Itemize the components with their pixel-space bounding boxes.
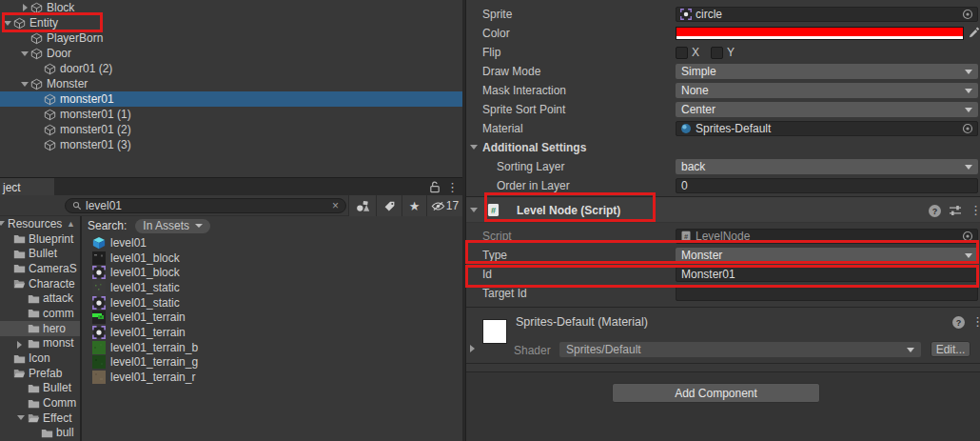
folder-item-characte[interactable]: Characte <box>0 276 80 291</box>
mask-interaction-label: Mask Interaction <box>482 84 566 97</box>
folder-item-label: Bullet <box>43 381 71 394</box>
asset-item-level01-terrain[interactable]: level01_terrain <box>82 325 462 340</box>
gameobject-cube-icon <box>30 32 43 45</box>
hierarchy-item-playerborn[interactable]: PlayerBorn <box>0 30 462 46</box>
order-in-layer-field[interactable]: 0 <box>676 178 978 193</box>
hierarchy-item-label: monster01 (2) <box>60 123 131 136</box>
search-clear-icon[interactable]: × <box>332 199 339 212</box>
foldout-expanded-icon[interactable] <box>17 415 25 420</box>
mask-interaction-value: None <box>681 84 709 97</box>
order-in-layer-value: 0 <box>681 179 688 192</box>
filter-by-label-button[interactable] <box>376 195 402 216</box>
foldout-expanded-icon[interactable] <box>470 145 478 150</box>
asset-item-level01-terrain-r[interactable]: level01_terrain_r <box>82 370 462 385</box>
target-id-label: Target Id <box>482 287 527 300</box>
hierarchy-item-monster01-1[interactable]: monster01 (1) <box>0 107 462 122</box>
material-object-field[interactable]: Sprites-Default <box>676 121 978 136</box>
eyedropper-icon[interactable] <box>968 27 980 39</box>
add-component-button[interactable]: Add Component <box>612 383 820 403</box>
asset-item-level01[interactable]: level01 <box>82 235 462 251</box>
folder-item-icon[interactable]: Icon <box>0 351 80 366</box>
asset-item-level01-terrain-b[interactable]: level01_terrain_b <box>82 340 462 355</box>
hierarchy-item-monster[interactable]: Monster <box>0 76 462 91</box>
object-picker-icon[interactable] <box>962 123 973 134</box>
search-scope-dropdown[interactable]: In Assets <box>135 219 210 233</box>
folder-icon <box>41 428 53 438</box>
lock-icon[interactable] <box>429 181 441 193</box>
sprite-icon <box>92 266 106 279</box>
project-menu-kebab-icon[interactable]: ⋮ <box>446 181 459 193</box>
flip-y-checkbox[interactable] <box>711 47 723 59</box>
foldout-expanded-icon[interactable] <box>0 221 5 226</box>
search-icon <box>72 201 82 210</box>
target-id-field[interactable] <box>676 286 978 301</box>
search-input[interactable]: level01 × <box>65 198 346 213</box>
filter-by-type-button[interactable] <box>348 195 376 216</box>
hierarchy-item-door01-2[interactable]: door01 (2) <box>0 61 462 76</box>
texture-faint-icon <box>92 281 106 294</box>
folder-item-cameras[interactable]: CameraS <box>0 261 80 276</box>
folder-item-prefab[interactable]: Prefab <box>0 366 80 381</box>
asset-item-level01-terrain-g[interactable]: level01_terrain_g <box>82 355 462 371</box>
draw-mode-dropdown[interactable]: Simple <box>676 64 978 79</box>
hierarchy-item-label: monster01 <box>60 92 114 106</box>
object-picker-icon[interactable] <box>962 9 973 20</box>
asset-item-label: level01_terrain <box>110 311 186 324</box>
folder-icon <box>28 293 40 304</box>
foldout-expanded-icon[interactable] <box>470 208 478 212</box>
material-preview-thumbnail[interactable] <box>482 319 507 344</box>
eye-slash-icon <box>431 200 445 212</box>
flip-x-checkbox[interactable] <box>676 47 688 59</box>
section-divider <box>466 363 980 364</box>
draw-mode-label: Draw Mode <box>482 65 540 78</box>
edit-material-button[interactable]: Edit... <box>931 341 970 357</box>
folder-item-bullet[interactable]: Bullet <box>0 381 80 396</box>
folder-item-comm[interactable]: Comm <box>0 395 80 411</box>
sprite-sort-point-dropdown[interactable]: Center <box>676 102 978 117</box>
mask-interaction-dropdown[interactable]: None <box>676 83 978 98</box>
asset-item-level01-static[interactable]: level01_static <box>82 280 462 295</box>
asset-list: level01level01_blocklevel01_blocklevel01… <box>82 235 462 385</box>
asset-item-level01-static[interactable]: level01_static <box>82 295 462 311</box>
asset-item-level01-block[interactable]: level01_block <box>82 251 462 266</box>
tab-project[interactable]: ject <box>0 178 54 196</box>
hierarchy-item-label: door01 (2) <box>60 62 112 75</box>
folder-icon <box>28 308 40 318</box>
foldout-collapsed-icon[interactable] <box>470 345 475 352</box>
component-menu-kebab-icon[interactable]: ⋮ <box>970 204 980 216</box>
folder-item-effect[interactable]: Effect <box>0 411 80 426</box>
presets-icon[interactable] <box>949 205 962 216</box>
foldout-collapsed-icon[interactable] <box>19 4 30 11</box>
shader-dropdown[interactable]: Sprites/Default <box>559 342 921 357</box>
additional-settings-row[interactable]: Additional Settings <box>466 138 980 157</box>
scroll-up-icon[interactable]: ▲ <box>67 219 75 229</box>
folder-item-comm[interactable]: comm <box>0 306 80 321</box>
folder-item-hero[interactable]: hero <box>0 321 80 336</box>
folder-item-label: Comm <box>43 396 76 410</box>
folder-item-bull[interactable]: bull <box>0 426 80 441</box>
foldout-expanded-icon[interactable] <box>19 82 30 87</box>
order-in-layer-label: Order in Layer <box>497 179 570 192</box>
asset-item-level01-block[interactable]: level01_block <box>82 265 462 280</box>
foldout-collapsed-icon[interactable] <box>17 341 22 349</box>
hierarchy-item-monster01[interactable]: monster01 <box>0 91 462 107</box>
folder-item-monst[interactable]: monst <box>0 336 80 351</box>
asset-item-level01-terrain[interactable]: level01_terrain <box>82 310 462 325</box>
alpha-strip <box>676 36 963 39</box>
folder-item-bullet[interactable]: Bullet <box>0 246 80 261</box>
color-swatch[interactable] <box>676 27 964 40</box>
foldout-expanded-icon[interactable] <box>19 51 30 56</box>
hierarchy-item-monster01-2[interactable]: monster01 (2) <box>0 122 462 137</box>
folder-item-attack[interactable]: attack <box>0 291 80 306</box>
sprite-object-field[interactable]: circle <box>676 7 978 22</box>
hidden-count-button[interactable]: 17 <box>426 195 462 216</box>
help-icon[interactable]: ? <box>929 205 941 217</box>
material-menu-kebab-icon[interactable]: ⋮ <box>971 315 980 328</box>
hierarchy-item-monster01-3[interactable]: monster01 (3) <box>0 137 462 152</box>
favorites-button[interactable]: ★ <box>402 195 426 216</box>
folder-item-blueprint[interactable]: Blueprint <box>0 231 80 247</box>
hierarchy-item-door[interactable]: Door <box>0 46 462 61</box>
help-icon[interactable]: ? <box>952 316 965 329</box>
sorting-layer-dropdown[interactable]: back <box>676 159 978 174</box>
chevron-down-icon <box>965 89 972 93</box>
